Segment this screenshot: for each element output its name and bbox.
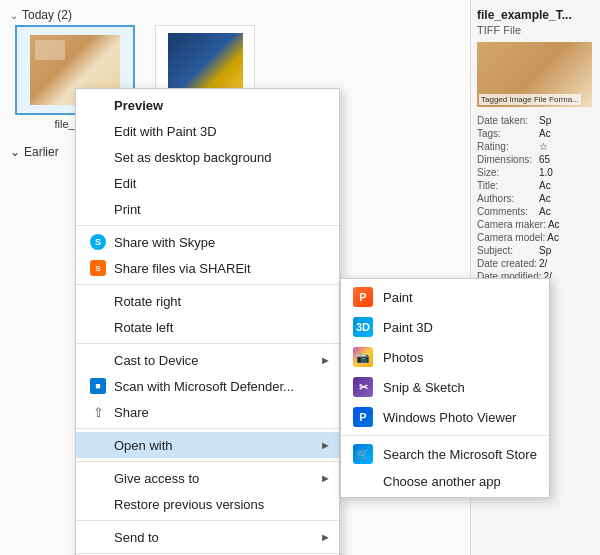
submenu-item-paint3d[interactable]: 3DPaint 3D (341, 312, 549, 342)
submenu-item-label: Photos (383, 350, 423, 365)
menu-item-open-with[interactable]: Open with► (76, 432, 339, 458)
menu-item-label: Print (114, 202, 141, 217)
meta-val: Sp (539, 245, 594, 256)
menu-icon-empty (90, 437, 106, 453)
meta-key: Date created: (477, 258, 537, 269)
menu-item-restore-versions[interactable]: Restore previous versions (76, 491, 339, 517)
menu-item-share-skype[interactable]: SShare with Skype (76, 229, 339, 255)
meta-val: 1.0 (539, 167, 594, 178)
menu-item-label: Give access to (114, 471, 199, 486)
menu-item-rotate-right[interactable]: Rotate right (76, 288, 339, 314)
meta-val: Ac (539, 206, 594, 217)
menu-item-edit[interactable]: Edit (76, 170, 339, 196)
submenu-item-store[interactable]: 🛒Search the Microsoft Store (341, 439, 549, 469)
photov-icon: P (353, 407, 373, 427)
menu-separator (76, 428, 339, 429)
meta-val: Ac (539, 193, 594, 204)
menu-icon-empty (90, 123, 106, 139)
menu-item-label: Rotate right (114, 294, 181, 309)
menu-item-label: Restore previous versions (114, 497, 264, 512)
meta-row: Rating:☆ (477, 141, 594, 152)
menu-item-label: Set as desktop background (114, 150, 272, 165)
menu-item-label: Open with (114, 438, 173, 453)
meta-key: Camera model: (477, 232, 545, 243)
menu-item-rotate-left[interactable]: Rotate left (76, 314, 339, 340)
meta-val: Ac (539, 180, 594, 191)
submenu-item-label: Snip & Sketch (383, 380, 465, 395)
menu-item-preview[interactable]: Preview (76, 92, 339, 118)
meta-key: Comments: (477, 206, 537, 217)
menu-item-label: Send to (114, 530, 159, 545)
right-panel-thumbnail: Tagged Image File Forma... (477, 42, 592, 107)
submenu-item-snip[interactable]: ✂Snip & Sketch (341, 372, 549, 402)
submenu-item-another[interactable]: Choose another app (341, 469, 549, 494)
menu-separator (76, 284, 339, 285)
menu-item-label: Share (114, 405, 149, 420)
menu-icon-empty (90, 175, 106, 191)
submenu-item-label: Search the Microsoft Store (383, 447, 537, 462)
meta-key: Dimensions: (477, 154, 537, 165)
menu-icon-empty (90, 529, 106, 545)
menu-separator (76, 461, 339, 462)
meta-row: Tags:Ac (477, 128, 594, 139)
submenu-separator (341, 435, 549, 436)
meta-row: Date taken:Sp (477, 115, 594, 126)
submenu-item-label: Windows Photo Viewer (383, 410, 516, 425)
menu-separator (76, 520, 339, 521)
menu-item-defender[interactable]: ■Scan with Microsoft Defender... (76, 373, 339, 399)
meta-key: Size: (477, 167, 537, 178)
meta-row: Date created:2/ (477, 258, 594, 269)
submenu-item-label: Paint (383, 290, 413, 305)
menu-icon-empty (90, 496, 106, 512)
meta-row: Comments:Ac (477, 206, 594, 217)
submenu-item-paint[interactable]: PPaint (341, 282, 549, 312)
menu-item-send-to[interactable]: Send to► (76, 524, 339, 550)
meta-key: Camera maker: (477, 219, 546, 230)
menu-item-share[interactable]: ⇧Share (76, 399, 339, 425)
menu-icon-empty (90, 352, 106, 368)
meta-key: Tags: (477, 128, 537, 139)
menu-item-give-access[interactable]: Give access to► (76, 465, 339, 491)
chevron-down-icon-2: ⌄ (10, 145, 20, 159)
meta-row: Camera maker:Ac (477, 219, 594, 230)
submenu-openwith: PPaint3DPaint 3D📷Photos✂Snip & SketchPWi… (340, 278, 550, 498)
menu-separator (76, 225, 339, 226)
meta-val: Ac (548, 219, 594, 230)
share-icon: ⇧ (90, 404, 106, 420)
meta-val: ☆ (539, 141, 594, 152)
menu-item-edit-paint3d[interactable]: Edit with Paint 3D (76, 118, 339, 144)
context-menu: PreviewEdit with Paint 3DSet as desktop … (75, 88, 340, 555)
menu-item-label: Edit (114, 176, 136, 191)
submenu-item-photov[interactable]: PWindows Photo Viewer (341, 402, 549, 432)
meta-row: Camera model:Ac (477, 232, 594, 243)
meta-row: Dimensions:65 (477, 154, 594, 165)
submenu-arrow-icon: ► (320, 531, 331, 543)
menu-item-label: Share with Skype (114, 235, 215, 250)
defender-icon: ■ (90, 378, 106, 394)
meta-row: Authors:Ac (477, 193, 594, 204)
earlier-section-label: ⌄ Earlier (10, 145, 59, 159)
meta-key: Authors: (477, 193, 537, 204)
submenu-item-photos[interactable]: 📷Photos (341, 342, 549, 372)
thumb-preview-label: Tagged Image File Forma... (479, 94, 581, 105)
submenu-item-label: Paint 3D (383, 320, 433, 335)
meta-row: Title:Ac (477, 180, 594, 191)
menu-item-cast[interactable]: Cast to Device► (76, 347, 339, 373)
menu-item-share-shareit[interactable]: SShare files via SHAREit (76, 255, 339, 281)
snip-icon: ✂ (353, 377, 373, 397)
submenu-arrow-icon: ► (320, 439, 331, 451)
meta-row: Subject:Sp (477, 245, 594, 256)
meta-key: Subject: (477, 245, 537, 256)
submenu-item-label: Choose another app (383, 474, 501, 489)
meta-val: 2/ (539, 258, 594, 269)
menu-item-label: Scan with Microsoft Defender... (114, 379, 294, 394)
store-icon: 🛒 (353, 444, 373, 464)
submenu-arrow-icon: ► (320, 354, 331, 366)
menu-item-print[interactable]: Print (76, 196, 339, 222)
menu-icon-empty (90, 149, 106, 165)
menu-item-set-desktop[interactable]: Set as desktop background (76, 144, 339, 170)
meta-row: Size:1.0 (477, 167, 594, 178)
paint3d-icon: 3D (353, 317, 373, 337)
menu-icon-empty (90, 470, 106, 486)
meta-val: 65 (539, 154, 594, 165)
